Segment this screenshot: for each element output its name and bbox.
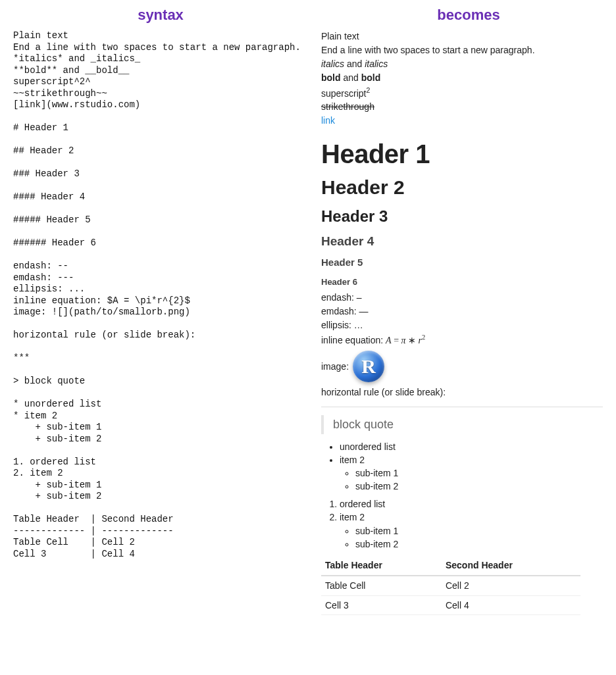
plain-text-line-2: End a line with two spaces to start a ne… [321, 44, 603, 57]
table-header-cell: Second Header [442, 556, 580, 576]
list-item: sub-item 1 [355, 525, 603, 538]
italics-word-2: italics [365, 59, 388, 69]
unordered-list: unordered list item 2 sub-item 1 sub-ite… [321, 441, 603, 493]
superscript-exponent: 2 [366, 86, 370, 94]
horizontal-rule-label: horizontal rule (or slide break): [321, 386, 603, 399]
table-cell: Table Cell [321, 576, 442, 595]
superscript-line: superscript2 [321, 86, 603, 100]
list-item: unordered list [340, 441, 603, 453]
emdash-line: emdash: — [321, 305, 603, 318]
syntax-heading: syntax [13, 7, 308, 24]
table-row: Cell 3 Cell 4 [321, 595, 580, 615]
table-cell: Cell 3 [321, 595, 442, 615]
italics-line: italics and italics [321, 58, 603, 70]
plain-text-line-1: Plain text [321, 30, 603, 43]
header-2: Header 2 [321, 174, 603, 201]
bold-word-2: bold [361, 72, 381, 83]
table-cell: Cell 2 [442, 576, 580, 595]
horizontal-rule [321, 407, 603, 407]
endash-line: endash: – [321, 291, 603, 304]
image-line: image: R [321, 351, 603, 382]
unordered-sublist: sub-item 1 sub-item 2 [340, 467, 603, 493]
list-item: ordered list [340, 498, 603, 511]
ordered-list: ordered list item 2 sub-item 1 sub-item … [321, 498, 603, 551]
r-logo-icon: R [353, 351, 384, 382]
rendered-link[interactable]: link [321, 115, 335, 126]
italics-word-1: italics [321, 59, 344, 69]
list-item: sub-item 2 [355, 480, 603, 493]
becomes-column: becomes Plain text End a line with two s… [308, 0, 616, 675]
list-item: item 2 sub-item 1 sub-item 2 [340, 511, 603, 551]
header-5: Header 5 [321, 256, 603, 269]
strikethrough-line: strikethrough [321, 101, 603, 113]
table-cell: Cell 4 [442, 595, 580, 615]
list-item: sub-item 1 [355, 467, 603, 480]
bold-word-1: bold [321, 72, 341, 83]
header-6: Header 6 [321, 276, 603, 288]
blockquote: block quote [321, 415, 603, 434]
ordered-sublist: sub-item 1 sub-item 2 [340, 525, 603, 551]
table-header-row: Table Header Second Header [321, 556, 580, 576]
inline-equation-line: inline equation: A = π ∗ r2 [321, 333, 603, 347]
rendered-table: Table Header Second Header Table Cell Ce… [321, 556, 580, 616]
list-item: sub-item 2 [355, 538, 603, 551]
ellipsis-line: ellipsis: … [321, 319, 603, 332]
table-header-cell: Table Header [321, 556, 442, 576]
header-1: Header 1 [321, 136, 603, 172]
header-3: Header 3 [321, 206, 603, 227]
header-4: Header 4 [321, 233, 603, 250]
list-item: item 2 sub-item 1 sub-item 2 [340, 454, 603, 493]
becomes-heading: becomes [321, 7, 616, 24]
table-row: Table Cell Cell 2 [321, 576, 580, 595]
link-line: link [321, 114, 603, 127]
syntax-code-block: Plain text End a line with two spaces to… [13, 30, 308, 560]
bold-line: bold and bold [321, 72, 603, 84]
syntax-column: syntax Plain text End a line with two sp… [0, 0, 308, 675]
